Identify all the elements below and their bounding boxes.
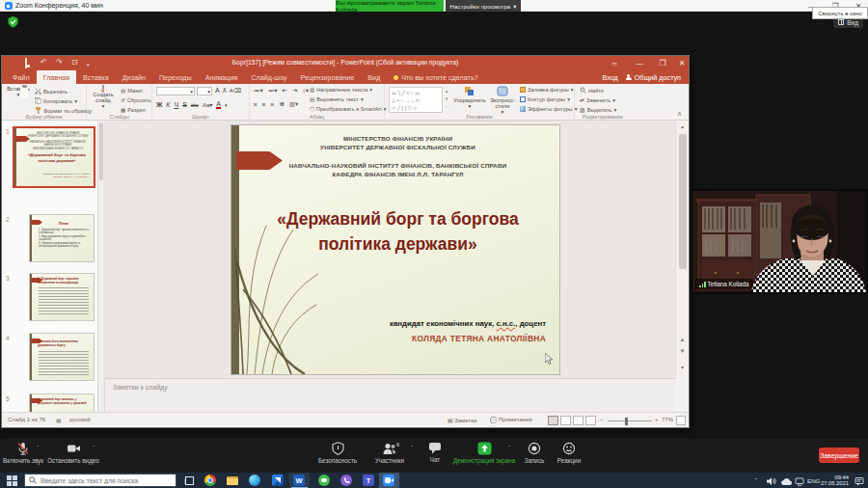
- encryption-shield-icon[interactable]: [8, 16, 18, 28]
- zoom-out-icon[interactable]: −: [600, 417, 604, 422]
- line-spacing-icon[interactable]: ↕▾: [302, 87, 309, 95]
- record-button[interactable]: Запись: [517, 442, 552, 464]
- bullets-icon[interactable]: ≔▾: [254, 87, 263, 95]
- prev-slide-icon[interactable]: ▲: [676, 337, 689, 342]
- video-options-chevron[interactable]: ˆ: [93, 445, 95, 451]
- shapes-scroll-up[interactable]: ▴: [443, 88, 450, 94]
- bold-button[interactable]: Ж: [156, 101, 162, 108]
- scrollbar-thumb[interactable]: [679, 134, 687, 269]
- tab-review[interactable]: Рецензирование: [294, 70, 362, 84]
- share-button[interactable]: Общий доступ: [626, 73, 681, 82]
- numbering-icon[interactable]: ≕▾: [268, 87, 278, 95]
- convert-smartart-button[interactable]: ⬡Преобразовать в SmartArt▾: [310, 106, 387, 112]
- section-button[interactable]: ▦Раздел: [121, 107, 146, 113]
- ppt-restore-button[interactable]: ❐: [653, 56, 672, 70]
- share-options-chevron[interactable]: ˆ: [508, 445, 510, 451]
- grow-font-icon[interactable]: А́: [215, 87, 220, 94]
- collapse-ribbon-icon[interactable]: ∧: [677, 110, 682, 118]
- copy-button[interactable]: Копировать▾: [35, 97, 77, 104]
- shape-outline-button[interactable]: Контур фигуры▾: [520, 96, 570, 102]
- mic-options-chevron[interactable]: ˆ: [37, 445, 39, 451]
- tab-transitions[interactable]: Переходы: [152, 70, 199, 84]
- italic-button[interactable]: К: [166, 101, 170, 108]
- edge-icon[interactable]: [249, 474, 260, 486]
- change-case-icon[interactable]: Аа▾: [203, 101, 212, 108]
- text-direction-button[interactable]: ▥Направление текста▾: [310, 87, 372, 93]
- format-painter-button[interactable]: Формат по образцу: [35, 107, 92, 114]
- end-meeting-button[interactable]: Завершение: [819, 447, 859, 463]
- align-center-icon[interactable]: ≡: [262, 101, 266, 108]
- next-slide-icon[interactable]: ▼: [676, 348, 689, 354]
- shape-effects-button[interactable]: Эффекты фигуры▾: [520, 106, 577, 112]
- zoom-taskbar-icon[interactable]: [383, 474, 394, 486]
- onedrive-icon[interactable]: [780, 477, 792, 486]
- participants-button[interactable]: Участники: [363, 442, 417, 464]
- align-text-button[interactable]: ▤Выровнять текст▾: [310, 96, 364, 102]
- align-right-icon[interactable]: ≡: [271, 101, 275, 108]
- taskbar-search[interactable]: [24, 474, 176, 487]
- font-name-combobox[interactable]: ▾: [156, 87, 195, 95]
- tab-animations[interactable]: Анимация: [199, 70, 245, 84]
- slide-thumbnail-5[interactable]: державний борг виникає, у результаті зап…: [29, 393, 95, 412]
- slide-thumbnail-3[interactable]: 1. Державний борг: причини виникнення та…: [29, 273, 95, 321]
- shape-fill-button[interactable]: Заливка фигуры▾: [520, 87, 574, 93]
- slide-thumbnail-4[interactable]: Причини його виникнення державного боргу: [29, 333, 95, 381]
- taskbar-clock[interactable]: 09:44 27.05.2021: [820, 474, 849, 486]
- messenger-icon[interactable]: [318, 474, 330, 486]
- underline-button[interactable]: Ч: [174, 101, 178, 108]
- scroll-up-icon[interactable]: ▴: [676, 122, 689, 129]
- tell-me-box[interactable]: Что вы хотите сделать?: [387, 70, 484, 84]
- language-indicator[interactable]: ENG: [807, 477, 820, 484]
- clear-format-icon[interactable]: А⌫: [230, 87, 242, 94]
- participant-video[interactable]: Tetiana Koliada: [691, 189, 868, 294]
- tab-slideshow[interactable]: Слайд-шоу: [244, 70, 293, 84]
- comments-label[interactable]: Примечания: [499, 417, 532, 422]
- quick-styles-button[interactable]: Экспресс-стили▾: [487, 86, 518, 115]
- teams-icon[interactable]: T: [363, 474, 374, 486]
- viber-icon[interactable]: [340, 474, 352, 486]
- search-input[interactable]: [41, 477, 166, 484]
- start-button[interactable]: [7, 475, 17, 486]
- shrink-font-icon[interactable]: А̌: [223, 88, 227, 94]
- zoom-in-icon[interactable]: +: [655, 417, 659, 422]
- tab-insert[interactable]: Вставка: [76, 70, 116, 84]
- tab-design[interactable]: Дизайн: [116, 70, 152, 84]
- ppt-close-button[interactable]: ✕: [672, 56, 692, 70]
- tab-file[interactable]: Файл: [6, 70, 37, 84]
- shapes-scroll-down[interactable]: ▾: [443, 95, 450, 101]
- show-hidden-icons[interactable]: ˆ: [755, 476, 757, 483]
- ppt-minimize-button[interactable]: —: [630, 56, 649, 70]
- chat-button[interactable]: Чат: [416, 442, 454, 463]
- font-color-icon[interactable]: А: [216, 100, 221, 109]
- notes-pane[interactable]: Заметки к слайду: [104, 378, 675, 412]
- strikethrough-button[interactable]: S: [182, 101, 187, 108]
- cut-button[interactable]: Вырезать: [35, 88, 68, 95]
- find-button[interactable]: Найти: [580, 87, 604, 94]
- ribbon-display-icon[interactable]: ▭: [605, 56, 624, 70]
- comments-toggle[interactable]: 💬: [490, 417, 498, 423]
- decrease-indent-icon[interactable]: ⇤: [283, 87, 287, 95]
- notes-toggle[interactable]: ▤ Заметки: [448, 417, 476, 423]
- network-icon[interactable]: [795, 477, 804, 486]
- select-button[interactable]: ▧Выделить▾: [580, 106, 616, 113]
- justify-icon[interactable]: ≣: [279, 100, 284, 108]
- tab-view[interactable]: Вид: [361, 70, 387, 84]
- slide-canvas[interactable]: МІНІСТЕРСТВО ФІНАНСІВ УКРАЇНИ УНІВЕРСИТЕ…: [231, 125, 559, 374]
- slideshow-view-icon[interactable]: [585, 416, 596, 425]
- tab-home[interactable]: Главная: [37, 70, 76, 84]
- char-spacing-icon[interactable]: abc: [191, 102, 199, 108]
- align-left-icon[interactable]: ≡: [254, 101, 258, 108]
- increase-indent-icon[interactable]: ⇥: [292, 87, 297, 95]
- volume-icon[interactable]: [767, 476, 776, 486]
- normal-view-icon[interactable]: [548, 416, 558, 425]
- reactions-button[interactable]: Реакции: [552, 442, 586, 464]
- sign-in-link[interactable]: Вход: [602, 73, 617, 82]
- language-indicator[interactable]: русский: [69, 417, 91, 422]
- zoom-level[interactable]: 77%: [662, 417, 673, 422]
- slide-sorter-icon[interactable]: [560, 416, 571, 425]
- security-button[interactable]: Безопасность: [311, 442, 365, 464]
- arrange-button[interactable]: Упорядочить▾: [452, 86, 487, 109]
- editor-scrollbar[interactable]: ▴ ▲ ▼ ▾: [675, 121, 688, 378]
- spellcheck-icon[interactable]: ▤: [56, 417, 62, 423]
- shapes-more[interactable]: ⋯: [443, 103, 450, 109]
